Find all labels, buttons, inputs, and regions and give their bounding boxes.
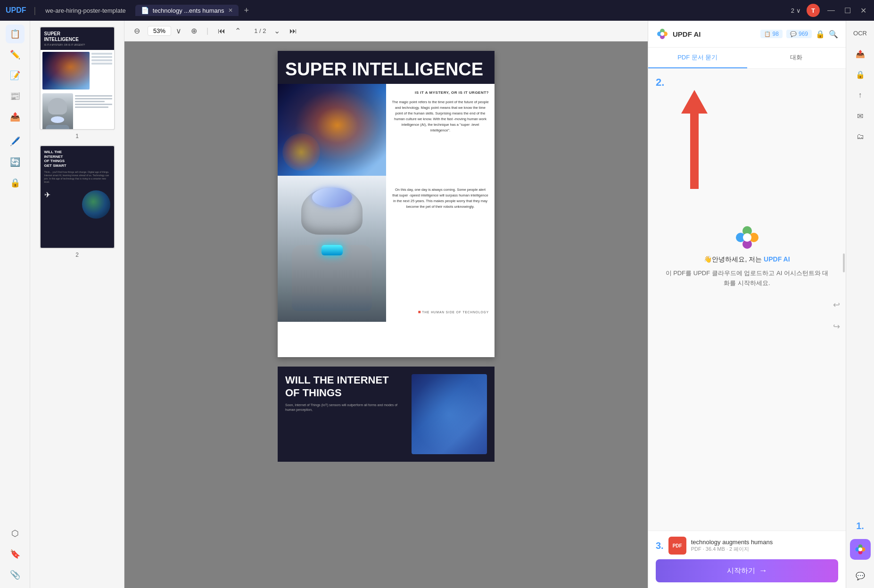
file-info: technology augments humans PDF · 36.4 MB… — [691, 539, 838, 553]
pdf-content-area[interactable]: SUPER INTELLIGENCE IS IT A MYSTERY, OR I… — [124, 41, 648, 588]
pdf-toolbar: ⊖ ∨ ⊕ | ⏮ ⌃ 1 / 2 ⌄ ⏭ — [124, 21, 648, 41]
page1-main-title: SUPER INTELLIGENCE — [285, 60, 487, 78]
tab-technology[interactable]: 📄 technology ...ents humans ✕ — [135, 5, 239, 16]
ai-panel-body: 2. 👋안녕하세요, 저는 UPDF AI — [648, 69, 846, 531]
main-area: 📋 ✏️ 📝 📰 📤 🖊️ 🔄 🔒 ⬡ 🔖 📎 SUPERINTELLIGENC… — [0, 21, 874, 588]
toolbar-divider: | — [205, 27, 210, 35]
ai-panel-scrollbar[interactable] — [843, 253, 845, 272]
tab-read-pdf[interactable]: PDF 문서 묻기 — [648, 48, 747, 68]
zoom-dropdown-button[interactable]: ∨ — [174, 24, 183, 37]
pdf-page-1: SUPER INTELLIGENCE IS IT A MYSTERY, OR I… — [278, 51, 495, 357]
thumbnail-1[interactable]: SUPERINTELLIGENCE IS IT A MYSTERY, OR IS… — [36, 26, 118, 139]
pdf-pages: SUPER INTELLIGENCE IS IT A MYSTERY, OR I… — [278, 51, 495, 579]
ai-panel-actions: 📋 98 💬 969 🔒 🔍 — [760, 30, 838, 39]
ai-panel: UPDF AI 📋 98 💬 969 🔒 🔍 PDF 문서 묻기 대화 — [648, 21, 846, 588]
thumbnail-2[interactable]: WILL THEINTERNETOF THINGSGET SMART Think… — [36, 145, 118, 258]
pdf-viewer: ⊖ ∨ ⊕ | ⏮ ⌃ 1 / 2 ⌄ ⏭ — [124, 21, 648, 588]
sidebar-item-annotate[interactable]: 📝 — [6, 66, 25, 85]
prev-page-button[interactable]: ⌃ — [233, 24, 243, 37]
thumb-img-1: SUPERINTELLIGENCE IS IT A MYSTERY, OR IS… — [40, 26, 115, 130]
ai-panel-right-actions: ↩ ↪ — [833, 300, 840, 332]
left-sidebar: 📋 ✏️ 📝 📰 📤 🖊️ 🔄 🔒 ⬡ 🔖 📎 — [0, 21, 30, 588]
minimize-button[interactable]: — — [825, 6, 837, 15]
svg-point-9 — [743, 233, 751, 242]
ai-flower-icon — [734, 224, 760, 251]
sidebar-item-layers[interactable]: ⬡ — [6, 524, 25, 543]
thumb-num-1: 1 — [75, 133, 79, 139]
tab-close-icon[interactable]: ✕ — [228, 7, 233, 14]
start-button-arrow-icon: → — [759, 566, 767, 576]
ai-panel-title: UPDF AI — [673, 30, 701, 38]
file-meta: PDF · 36.4 MB · 2 페이지 — [691, 546, 838, 553]
first-page-button[interactable]: ⏮ — [216, 25, 227, 37]
step-3-label: 3. — [656, 540, 664, 551]
ai-assistant-section: 👋안녕하세요, 저는 UPDF AI 이 PDF를 UPDF 클라우드에 업로드… — [658, 224, 836, 288]
undo-icon[interactable]: ↩ — [833, 300, 840, 310]
ai-panel-tabs: PDF 문서 묻기 대화 — [648, 48, 846, 69]
sidebar-item-organize[interactable]: 📰 — [6, 87, 25, 106]
zoom-input[interactable] — [148, 26, 171, 36]
ai-bottom-card: 3. PDF technology augments humans PDF · … — [648, 531, 846, 588]
right-sidebar-extract[interactable]: 📤 — [852, 45, 869, 62]
sidebar-item-reader[interactable]: 📋 — [6, 24, 25, 43]
page-count: 2 ∨ — [791, 7, 801, 14]
sidebar-item-convert[interactable]: 🔄 — [6, 153, 25, 172]
sidebar-item-attachments[interactable]: 📎 — [6, 565, 25, 584]
ai-panel-header: UPDF AI 📋 98 💬 969 🔒 🔍 — [648, 21, 846, 48]
ai-greeting-link[interactable]: UPDF AI — [764, 255, 790, 263]
next-page-button[interactable]: ⌄ — [272, 24, 282, 37]
search-icon[interactable]: 🔍 — [829, 30, 838, 39]
zoom-in-button[interactable]: ⊕ — [189, 24, 199, 37]
ai-panel-title-group: UPDF AI — [656, 27, 701, 41]
chat-badge-button[interactable] — [850, 539, 871, 560]
thumbnails-panel: SUPERINTELLIGENCE IS IT A MYSTERY, OR IS… — [30, 21, 124, 588]
app-logo: UPDF — [6, 6, 26, 15]
red-arrow-up — [681, 90, 708, 189]
updf-ai-logo-icon — [656, 27, 669, 41]
right-sidebar-ocr[interactable]: OCR — [852, 24, 869, 41]
thumb-num-2: 2 — [75, 252, 79, 258]
file-type-icon: PDF — [668, 537, 686, 555]
redo-icon[interactable]: ↪ — [833, 321, 840, 332]
sidebar-item-sign[interactable]: 🖊️ — [6, 132, 25, 151]
start-button[interactable]: 시작하기 → — [656, 559, 838, 582]
right-sidebar: OCR 📤 🔒 ↑ ✉ 🗂 1. 💬 — [846, 21, 874, 588]
page1-question: IS IT A MYSTERY, OR IS IT URGENT? — [392, 90, 489, 95]
page1-body1: The magic point refers to the time point… — [392, 99, 489, 133]
ai-badge-98: 📋 98 — [760, 30, 783, 38]
file-name: technology augments humans — [691, 539, 838, 546]
svg-point-14 — [858, 547, 862, 551]
zoom-out-button[interactable]: ⊖ — [132, 24, 142, 37]
tab-hiring[interactable]: we-are-hiring-poster-template — [40, 5, 132, 16]
sidebar-item-protect[interactable]: 🔒 — [6, 173, 25, 192]
right-sidebar-comments[interactable]: 💬 — [852, 567, 869, 584]
svg-point-4 — [660, 32, 664, 36]
maximize-button[interactable]: ☐ — [842, 6, 853, 15]
right-sidebar-stamp[interactable]: 🗂 — [852, 128, 869, 145]
page2-body: Soon, Internet of Things (IoT) sensors w… — [285, 403, 406, 413]
lock-icon[interactable]: 🔒 — [816, 30, 825, 39]
right-sidebar-mail[interactable]: ✉ — [852, 107, 869, 124]
right-sidebar-protect[interactable]: 🔒 — [852, 66, 869, 83]
title-bar: UPDF | we-are-hiring-poster-template 📄 t… — [0, 0, 874, 21]
new-tab-button[interactable]: + — [244, 6, 249, 16]
titlebar-right: 2 ∨ T — ☐ ✕ — [791, 4, 868, 17]
file-card: 3. PDF technology augments humans PDF · … — [656, 537, 838, 555]
chat-flower-icon — [855, 544, 866, 555]
step-2-label: 2. — [656, 76, 664, 89]
tab-pdf-icon: 📄 — [141, 7, 149, 14]
last-page-button[interactable]: ⏭ — [288, 25, 299, 37]
sidebar-item-edit[interactable]: ✏️ — [6, 45, 25, 64]
page-info: 1 / 2 — [254, 27, 266, 34]
tab-chat[interactable]: 대화 — [747, 48, 846, 68]
sidebar-item-bookmark[interactable]: 🔖 — [6, 545, 25, 564]
page1-body2: On this day, one day is always coming. S… — [392, 187, 489, 210]
user-avatar[interactable]: T — [807, 4, 820, 17]
pdf-page-2: WILL THE INTERNET OF THINGS Soon, Intern… — [278, 367, 495, 462]
sep1: | — [34, 6, 36, 16]
page2-title: WILL THE INTERNET — [285, 374, 406, 386]
sidebar-item-export[interactable]: 📤 — [6, 107, 25, 126]
right-sidebar-share[interactable]: ↑ — [852, 87, 869, 104]
ai-description: 이 PDF를 UPDF 클라우드에 업로드하고 AI 어시스턴트와 대화를 시작… — [658, 269, 836, 288]
close-button[interactable]: ✕ — [858, 6, 868, 15]
